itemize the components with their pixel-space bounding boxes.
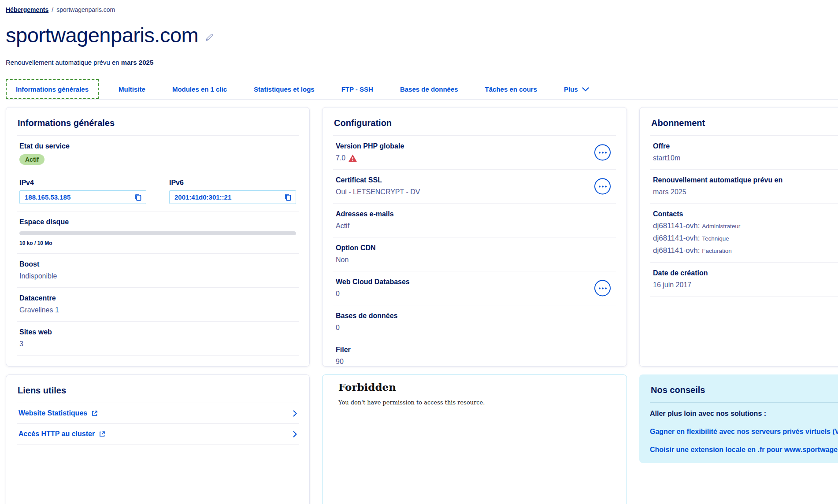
filer-row: Filer 90 <box>333 339 616 367</box>
tab-modules-en-1-clic[interactable]: Modules en 1 clic <box>163 79 236 99</box>
boost-row: Boost Indisponible <box>17 254 299 288</box>
renewal-row: Renouvellement automatique prévu en mars… <box>650 170 838 204</box>
ipv6-value: 2001:41d0:301::21 <box>174 193 231 201</box>
hosting-dashboard: Hébergements / sportwagenparis.com sport… <box>0 0 838 504</box>
ip-row: IPv4 188.165.53.185 IPv6 2001:41d0:301::… <box>17 172 299 211</box>
card-title: Nos conseils <box>650 383 838 403</box>
advice-link-vps[interactable]: Gagner en flexibilité avec nos serveurs … <box>650 428 838 436</box>
status-badge: Actif <box>19 154 44 165</box>
tab-ftp-ssh[interactable]: FTP - SSH <box>332 79 382 99</box>
renewal-subtitle: Renouvellement automatique prévu en mars… <box>6 59 838 66</box>
link-acces-http-cluster[interactable]: Accès HTTP au cluster <box>17 424 299 445</box>
chevron-right-icon <box>293 431 297 437</box>
copy-icon[interactable] <box>284 193 292 201</box>
databases-row: Bases de données 0 <box>333 305 616 339</box>
web-cloud-databases-menu-button[interactable] <box>594 280 611 296</box>
emails-row: Adresses e-mails Actif <box>333 204 616 237</box>
tab-plus[interactable]: Plus <box>555 79 598 99</box>
advice-link-extension-fr[interactable]: Choisir une extension locale en .fr pour… <box>650 446 838 454</box>
ipv4-value: 188.165.53.185 <box>25 193 70 201</box>
disk-space-row: Espace disque 10 ko / 10 Mo <box>17 211 299 254</box>
forbidden-title: Forbidden <box>338 381 611 393</box>
disk-progress-bar <box>19 231 296 235</box>
external-link-icon <box>92 410 98 416</box>
warning-icon <box>349 155 357 162</box>
ssl-certificate-row: Certificat SSL Oui - LETSENCRYPT - DV <box>333 170 616 204</box>
disk-usage-text: 10 ko / 10 Mo <box>19 240 296 246</box>
cdn-option-row: Option CDN Non <box>333 237 616 271</box>
forbidden-message: You don't have permission to access this… <box>338 399 611 406</box>
card-title: Abonnement <box>650 116 838 136</box>
tab-bases-de-donnees[interactable]: Bases de données <box>391 79 467 99</box>
card-informations-generales: Informations générales Etat du service A… <box>6 107 310 367</box>
copy-icon[interactable] <box>134 193 142 201</box>
card-title: Informations générales <box>17 116 299 136</box>
contacts-row: Contacts dj681141-ovh: Administrateur dj… <box>650 204 838 263</box>
contact-billing: dj681141-ovh: Facturation <box>653 246 838 255</box>
card-abonnement: Abonnement Offre start10m Renouvellement… <box>639 107 838 367</box>
link-website-statistiques[interactable]: Website Statistiques <box>17 403 299 424</box>
chevron-down-icon <box>582 87 589 92</box>
ssl-menu-button[interactable] <box>594 178 611 195</box>
offer-row: Offre start10m <box>650 136 838 170</box>
breadcrumb: Hébergements / sportwagenparis.com <box>6 6 838 13</box>
php-version-row: Version PHP globale 7.0 <box>333 136 616 170</box>
tab-taches-en-cours[interactable]: Tâches en cours <box>476 79 546 99</box>
external-link-icon <box>99 431 105 437</box>
tab-bar: Informations générales Multisite Modules… <box>6 79 838 100</box>
card-nos-conseils: Nos conseils Aller plus loin avec nos so… <box>639 374 838 463</box>
datacentre-row: Datacentre Gravelines 1 <box>17 288 299 322</box>
breadcrumb-separator: / <box>52 6 53 13</box>
breadcrumb-current: sportwagenparis.com <box>56 6 115 13</box>
contact-tech: dj681141-ovh: Technique <box>653 234 838 243</box>
contact-admin: dj681141-ovh: Administrateur <box>653 222 838 230</box>
web-cloud-databases-row: Web Cloud Databases 0 <box>333 271 616 305</box>
breadcrumb-link-hebergements[interactable]: Hébergements <box>6 6 48 13</box>
ipv6-field[interactable]: 2001:41d0:301::21 <box>169 190 296 204</box>
edit-pencil-icon[interactable] <box>204 33 214 42</box>
tab-multisite[interactable]: Multisite <box>109 79 155 99</box>
card-title: Configuration <box>333 116 616 136</box>
card-title: Liens utiles <box>17 384 299 403</box>
creation-date-row: Date de création 16 juin 2017 <box>650 263 838 296</box>
tab-statistiques-et-logs[interactable]: Statistiques et logs <box>245 79 324 99</box>
card-liens-utiles: Liens utiles Website Statistiques Accès … <box>6 374 310 504</box>
chevron-right-icon <box>293 410 297 417</box>
site-preview-frame: Forbidden You don't have permission to a… <box>322 374 627 504</box>
page-title: sportwagenparis.com <box>6 23 198 47</box>
ipv4-field[interactable]: 188.165.53.185 <box>19 190 146 204</box>
advice-intro: Aller plus loin avec nos solutions : <box>650 410 838 418</box>
tab-informations-generales[interactable]: Informations générales <box>6 79 99 99</box>
service-state-row: Etat du service Actif <box>17 136 299 172</box>
php-version-menu-button[interactable] <box>594 145 611 161</box>
sites-web-row: Sites web 3 <box>17 322 299 356</box>
card-configuration: Configuration Version PHP globale 7.0 Ce… <box>322 107 627 367</box>
